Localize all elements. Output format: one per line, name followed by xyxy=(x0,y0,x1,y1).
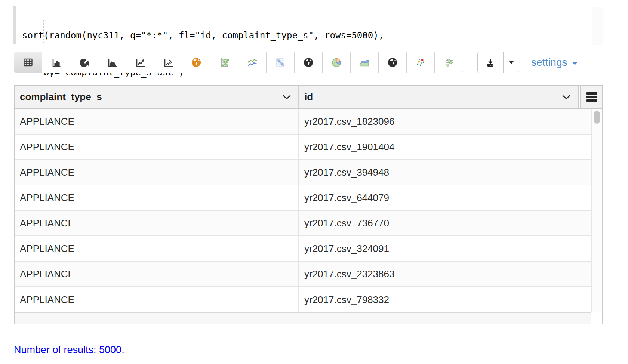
column-header-complaint-type-s[interactable]: complaint_type_s xyxy=(15,86,299,108)
cell-id: yr2017.csv_644079 xyxy=(299,185,591,210)
viz-button-bar-chart[interactable] xyxy=(42,52,70,73)
cell-complaint-type: APPLIANCE xyxy=(15,109,299,134)
vertical-scrollbar-thumb[interactable] xyxy=(594,111,600,124)
viz-button-line-chart[interactable] xyxy=(126,52,154,73)
cell-id: yr2017.csv_324091 xyxy=(299,236,591,261)
column-header-label: complaint_type_s xyxy=(20,91,102,103)
area-chart-icon xyxy=(107,57,118,68)
pie-chart-color-icon xyxy=(331,57,342,68)
table-row: APPLIANCE yr2017.csv_2323863 xyxy=(15,262,602,287)
viz-button-heatmap[interactable] xyxy=(267,52,295,73)
viz-button-globe-dark-2[interactable] xyxy=(379,52,407,73)
table-row: APPLIANCE yr2017.csv_1823096 xyxy=(15,109,602,135)
result-table: complaint_type_s id APPLIANCE yr2017.csv… xyxy=(14,85,603,324)
code-editor-gutter xyxy=(13,6,16,44)
chevron-down-icon[interactable] xyxy=(562,95,570,99)
multi-line-chart-icon xyxy=(247,57,258,68)
download-icon xyxy=(485,57,496,68)
hamburger-icon xyxy=(586,92,597,102)
download-options-button[interactable] xyxy=(504,52,519,73)
viz-button-scatter-color[interactable] xyxy=(407,52,435,73)
viz-button-pie-chart-color[interactable] xyxy=(323,52,351,73)
code-line-1[interactable]: sort(random(nyc311, q="*:*", fl="id, com… xyxy=(22,30,384,42)
vertical-scrollbar[interactable] xyxy=(591,109,602,312)
cell-complaint-type: APPLIANCE xyxy=(15,185,299,210)
cell-id: yr2017.csv_798332 xyxy=(299,287,591,312)
table-header-row: complaint_type_s id xyxy=(15,86,602,109)
scatter-plot-icon xyxy=(163,57,174,68)
cell-id: yr2017.csv_394948 xyxy=(299,160,591,185)
caret-down-icon xyxy=(508,61,514,64)
globe-dark-2-icon xyxy=(387,57,398,68)
visualization-toolbar xyxy=(14,52,463,73)
cell-id: yr2017.csv_1901404 xyxy=(299,135,591,159)
cell-complaint-type: APPLIANCE xyxy=(15,262,299,286)
column-header-id[interactable]: id xyxy=(299,86,579,108)
column-header-label: id xyxy=(304,91,313,103)
cell-complaint-type: APPLIANCE xyxy=(15,211,299,235)
area-chart-color-icon xyxy=(359,57,370,68)
table-row: APPLIANCE yr2017.csv_394948 xyxy=(15,160,602,185)
results-count-text: Number of results: 5000. xyxy=(14,344,124,356)
bar-chart-icon xyxy=(50,57,62,68)
table-row: APPLIANCE yr2017.csv_798332 xyxy=(15,287,602,312)
table-icon xyxy=(22,57,34,68)
caret-down-icon xyxy=(572,61,578,65)
cell-complaint-type: APPLIANCE xyxy=(15,236,299,261)
table-row: APPLIANCE yr2017.csv_1901404 xyxy=(15,135,602,160)
viz-button-pie-chart[interactable] xyxy=(70,52,98,73)
table-menu-button[interactable] xyxy=(580,86,602,108)
chevron-down-icon[interactable] xyxy=(283,95,291,99)
settings-button[interactable]: settings xyxy=(531,56,578,69)
cell-complaint-type: APPLIANCE xyxy=(15,160,299,185)
table-row: APPLIANCE yr2017.csv_736770 xyxy=(15,211,602,236)
cell-complaint-type: APPLIANCE xyxy=(15,135,299,159)
globe-orange-icon xyxy=(191,57,202,68)
code-editor[interactable]: sort(random(nyc311, q="*:*", fl="id, com… xyxy=(22,5,384,91)
indent-guide xyxy=(43,19,44,43)
download-button-group xyxy=(477,52,519,73)
table-row: APPLIANCE yr2017.csv_644079 xyxy=(15,185,602,211)
viz-button-multi-line-chart[interactable] xyxy=(238,52,267,73)
cell-id: yr2017.csv_736770 xyxy=(299,211,591,235)
pie-chart-icon xyxy=(78,57,90,68)
viz-button-globe-orange[interactable] xyxy=(182,52,210,73)
viz-button-area-chart-color[interactable] xyxy=(351,52,379,73)
viz-button-table[interactable] xyxy=(14,52,42,73)
heatmap-icon xyxy=(275,57,286,68)
table-row: APPLIANCE yr2017.csv_324091 xyxy=(15,236,602,262)
download-button[interactable] xyxy=(478,52,504,73)
viz-button-globe-dark-1[interactable] xyxy=(295,52,323,73)
range-sliders-icon xyxy=(443,57,455,68)
line-chart-icon xyxy=(135,57,146,68)
code-editor-scrollbar[interactable] xyxy=(592,7,603,45)
horizontal-scrollbar-track[interactable] xyxy=(15,312,591,324)
settings-label: settings xyxy=(531,56,567,68)
table-body: APPLIANCE yr2017.csv_1823096 APPLIANCE y… xyxy=(15,109,602,312)
viz-button-area-chart[interactable] xyxy=(98,52,126,73)
cell-complaint-type: APPLIANCE xyxy=(15,287,299,312)
cell-id: yr2017.csv_1823096 xyxy=(299,109,591,134)
viz-button-scatter-plot[interactable] xyxy=(154,52,182,73)
paragraph-top-border xyxy=(3,1,561,1)
viz-button-bubble-chart[interactable] xyxy=(210,52,238,73)
bubble-chart-icon xyxy=(219,57,230,68)
globe-dark-icon xyxy=(303,57,314,68)
cell-id: yr2017.csv_2323863 xyxy=(299,262,591,286)
viz-button-range-sliders[interactable] xyxy=(435,52,463,73)
scatter-color-icon xyxy=(415,57,426,68)
